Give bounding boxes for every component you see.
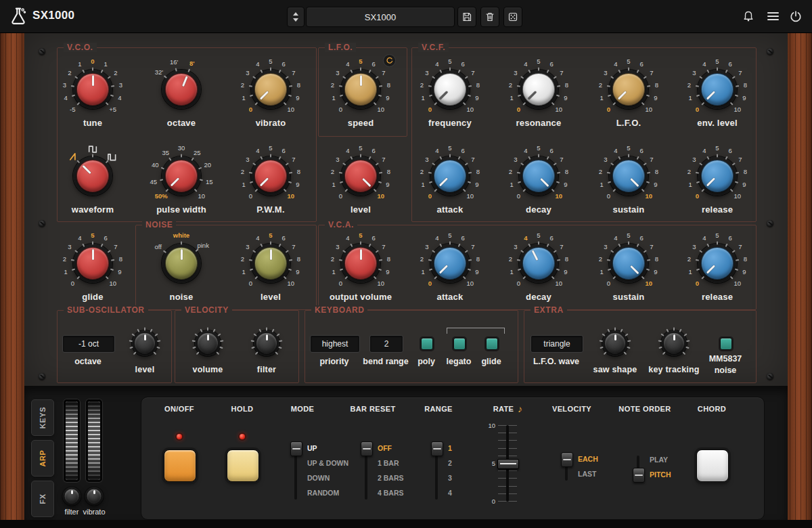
- filter-wheel-label: filter: [65, 508, 79, 516]
- delete-button[interactable]: [480, 7, 499, 27]
- menu-icon: [767, 12, 779, 20]
- sub-octave-value: -1 oct: [78, 339, 99, 349]
- vibrato-wheel-label: vibrato: [83, 508, 105, 516]
- screw: [39, 373, 45, 380]
- arp-bar-reset-header: BAR RESET: [350, 405, 395, 413]
- randomize-button[interactable]: [503, 7, 522, 27]
- arp-chord-button[interactable]: [696, 449, 729, 482]
- filter-wheel[interactable]: [64, 399, 80, 482]
- poly-label: poly: [418, 357, 435, 366]
- arp-range-header: RANGE: [424, 405, 453, 413]
- screw: [767, 48, 773, 55]
- arp-rate-header: RATE: [493, 405, 514, 413]
- arp-onoff-led: [177, 434, 182, 439]
- synth-app: SX1000 SX1000: [0, 0, 812, 528]
- top-bar: SX1000 SX1000: [0, 0, 812, 33]
- legato-label: legato: [447, 357, 472, 366]
- bend-range-value: 2: [384, 339, 389, 349]
- extra-section-label: EXTRA: [531, 305, 567, 315]
- tab-arp[interactable]: ARP: [31, 440, 54, 477]
- dice-icon: [508, 12, 518, 22]
- arp-onoff-button[interactable]: [164, 449, 196, 482]
- flask-logo-icon: [9, 7, 28, 26]
- glide-label: glide: [481, 357, 501, 366]
- screw: [39, 220, 45, 227]
- tab-fx[interactable]: FX: [31, 481, 54, 517]
- rate-fader-handle[interactable]: [497, 459, 519, 469]
- arp-mode-header: MODE: [291, 405, 315, 413]
- sub-octave-label: octave: [74, 357, 102, 366]
- preset-stepper[interactable]: [287, 7, 304, 27]
- notifications-button[interactable]: [740, 8, 757, 24]
- vco-section-label: V.C.O.: [64, 43, 97, 52]
- save-button[interactable]: [457, 7, 476, 27]
- bend-range-display[interactable]: 2: [369, 335, 403, 353]
- save-icon: [461, 12, 472, 22]
- arp-rate-fader[interactable]: 1050: [486, 420, 518, 509]
- vcf-section-label: V.C.F.: [418, 43, 449, 52]
- noise-section-label: NOISE: [142, 220, 176, 229]
- arp-velocity-header: VELOCITY: [552, 405, 591, 413]
- vibrato-wheel[interactable]: [86, 399, 102, 482]
- legato-checkbox[interactable]: [453, 338, 466, 350]
- screw: [767, 373, 773, 380]
- sub-octave-display[interactable]: -1 oct: [62, 335, 115, 353]
- screw: [39, 48, 45, 55]
- menu-button[interactable]: [765, 8, 781, 24]
- preset-name: SX1000: [365, 12, 396, 22]
- wood-panel-right: [788, 32, 812, 520]
- app-title: SX1000: [32, 9, 74, 22]
- preset-down-icon[interactable]: [293, 18, 298, 22]
- glide-checkbox[interactable]: [486, 338, 498, 350]
- vca-section-label: V.C.A.: [325, 220, 357, 229]
- arp-onoff-header: ON/OFF: [164, 405, 194, 413]
- arp-hold-button[interactable]: [227, 449, 259, 482]
- priority-label: priority: [319, 357, 348, 366]
- priority-display[interactable]: highest: [310, 335, 360, 353]
- arp-hold-led: [240, 434, 245, 439]
- mm5837-checkbox[interactable]: [720, 338, 732, 350]
- arp-note-order-header: NOTE ORDER: [618, 405, 671, 413]
- note-icon: ♪: [518, 403, 522, 414]
- bottom-strip: [0, 520, 812, 528]
- arp-hold-header: HOLD: [231, 405, 254, 413]
- mm5837-noise-label: noise: [715, 366, 737, 375]
- lfo-wave-label: L.F.O. wave: [533, 357, 579, 366]
- wood-panel-left: [0, 32, 24, 520]
- tab-keys[interactable]: KEYS: [31, 399, 54, 436]
- sub-oscillator-section-label: SUB-OSCILLATOR: [64, 305, 148, 315]
- preset-up-icon[interactable]: [293, 12, 298, 16]
- lfo-wave-value: triangle: [543, 339, 570, 349]
- bend-range-label: bend range: [363, 357, 408, 366]
- arp-chord-header: CHORD: [698, 405, 726, 413]
- bell-icon: [742, 10, 754, 22]
- poly-checkbox[interactable]: [421, 338, 433, 350]
- priority-value: highest: [322, 339, 348, 349]
- mm5837-label: MM5837: [709, 354, 742, 364]
- velocity-section-label: VELOCITY: [181, 305, 232, 315]
- screw: [767, 220, 773, 227]
- lfo-wave-display[interactable]: triangle: [531, 335, 583, 353]
- power-icon: [790, 10, 802, 22]
- legato-glide-bracket: [447, 328, 505, 334]
- lfo-mod-badge-icon[interactable]: [383, 54, 396, 67]
- lfo-section-label: L.F.O.: [325, 43, 356, 52]
- trash-icon: [484, 12, 495, 22]
- keyboard-section-label: KEYBOARD: [311, 305, 367, 315]
- preset-selector[interactable]: SX1000: [306, 7, 455, 27]
- power-button[interactable]: [788, 8, 804, 24]
